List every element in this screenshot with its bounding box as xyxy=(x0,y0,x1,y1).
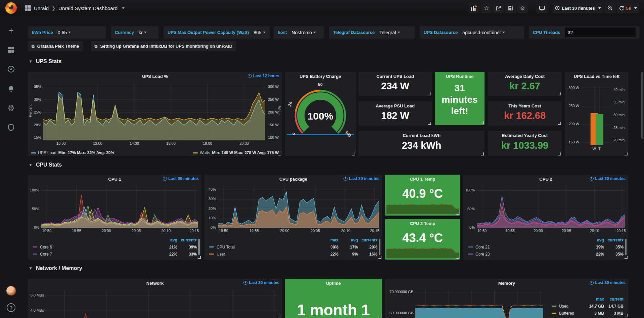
panel-time-range-link[interactable]: Last 12 hours xyxy=(248,74,279,78)
network-chart[interactable]: 6.0 MBs4.0 MBs2.0 MBs xyxy=(28,287,282,318)
legend-series-toggle[interactable]: CPU Total xyxy=(209,245,319,249)
variable-value[interactable]: kr xyxy=(139,30,147,35)
panel-title[interactable]: UPS Battery Charge xyxy=(285,72,356,81)
external-link-icon: ⧉ xyxy=(95,44,98,49)
cpu1-chart[interactable]: 100%50%0%19:5019:5520:0020:0520:1020:15 xyxy=(28,183,201,234)
legend-sort-header[interactable]: avg xyxy=(158,238,177,242)
panel-time-range-link[interactable]: Last 30 minutes xyxy=(590,176,626,181)
page-scrollbar[interactable] xyxy=(641,72,643,139)
variable-kwh-price[interactable]: kWh Price0.65 xyxy=(28,26,106,39)
legend-scrollbar[interactable] xyxy=(379,239,380,255)
grafana-logo-icon xyxy=(5,2,17,14)
legend-item[interactable]: Watts Min: 148 W Max: 278 W Avg: 175 W xyxy=(193,150,279,155)
variable-value[interactable]: 865 xyxy=(254,30,265,35)
dashboards-icon[interactable] xyxy=(7,46,15,54)
cycle-view-mode-button[interactable] xyxy=(537,3,547,13)
legend-sort-header[interactable]: current▾ xyxy=(604,238,624,242)
legend-series-toggle[interactable]: Buffered xyxy=(552,311,585,316)
legend-sort-header[interactable]: current▾ xyxy=(177,238,197,242)
panel-title[interactable]: Current UPS Load xyxy=(359,72,432,81)
legend-series-toggle[interactable]: User xyxy=(209,252,319,257)
section-cpu-stats[interactable]: ▼ CPU Stats xyxy=(29,162,62,168)
legend-sort-header[interactable]: avg xyxy=(338,238,358,242)
help-icon[interactable]: ? xyxy=(7,303,15,312)
panel-title[interactable]: CPU 2 Temp xyxy=(385,219,460,228)
legend-scrollbar[interactable] xyxy=(625,239,627,255)
configuration-gear-icon[interactable]: ⚙ xyxy=(7,104,15,112)
legend-sort-header[interactable]: avg xyxy=(585,238,604,242)
variable-value[interactable]: apcupsd-container xyxy=(462,30,505,35)
legend-sort-header[interactable]: max xyxy=(319,238,338,242)
server-admin-shield-icon[interactable] xyxy=(7,124,15,132)
variable-ups-datasource[interactable]: UPS Datasourceapcupsd-container xyxy=(420,26,524,39)
panel-title[interactable]: This Years Cost xyxy=(488,101,562,110)
panel-title[interactable]: UPS Runtime xyxy=(435,72,485,81)
alerting-bell-icon[interactable] xyxy=(7,85,15,93)
legend-scrollbar[interactable] xyxy=(198,239,200,255)
panel-time-range-link[interactable]: Last 30 minutes xyxy=(343,176,379,181)
dashboard-settings-button[interactable]: ⚙ xyxy=(517,3,528,13)
section-ups-stats[interactable]: ▼ UPS Stats xyxy=(29,58,61,64)
chevron-down-icon[interactable] xyxy=(122,7,125,9)
share-dashboard-button[interactable] xyxy=(493,3,504,13)
panel-title[interactable]: UPS Load % xyxy=(28,72,282,81)
panel-time-range-link[interactable]: Last 30 minutes xyxy=(590,280,626,285)
legend-sort-header[interactable]: max xyxy=(585,297,604,302)
add-panel-button[interactable] xyxy=(469,3,479,13)
user-avatar[interactable] xyxy=(6,286,16,296)
memory-chart[interactable]: 70.000000 GB60.000000 GB50.000000 GB xyxy=(385,287,546,318)
panel-title[interactable]: UPS Load vs Time left xyxy=(565,72,628,81)
variable-host[interactable]: hostNostromo xyxy=(274,26,324,39)
breadcrumb[interactable]: Unraid ❯ Unraid System Dashboard xyxy=(25,5,125,11)
panel-time-range-link[interactable]: Last 30 minutes xyxy=(163,176,199,181)
panel-title[interactable]: Average Daily Cost xyxy=(488,72,562,81)
y-axis-tick: 20% xyxy=(34,123,41,127)
zoom-out-button[interactable] xyxy=(605,3,615,13)
panel-time-range-link[interactable]: Last 30 minutes xyxy=(243,280,279,285)
variable-currency[interactable]: Currencykr xyxy=(111,26,158,39)
variable-cpu-threads[interactable]: CPU Threads xyxy=(529,26,640,39)
panel-title[interactable]: Current Load kWh xyxy=(359,131,485,140)
legend-series-toggle[interactable]: Core 6 xyxy=(33,245,158,249)
cpu-package-chart[interactable]: 40%30%20%10%0%19:5019:5520:0020:0520:102… xyxy=(204,183,382,234)
variable-value[interactable]: Nostromo xyxy=(291,30,316,35)
legend-series-toggle[interactable]: Core 7 xyxy=(33,252,158,257)
time-picker-button[interactable]: Last 30 minutes xyxy=(553,3,603,13)
panel-title[interactable]: Uptime xyxy=(285,279,382,287)
x-axis-tick: 20:00 xyxy=(534,229,543,233)
star-dashboard-button[interactable]: ☆ xyxy=(481,3,492,13)
variable-value[interactable]: Telegraf xyxy=(379,30,400,35)
variable-ups-max-output-power-capacity-watt-[interactable]: UPS Max Output Power Capacity (Watt)865 xyxy=(164,26,270,39)
stat-value: 43.4 °C xyxy=(385,231,460,245)
legend-series-toggle[interactable]: Core 23 xyxy=(468,252,585,257)
save-dashboard-button[interactable] xyxy=(505,3,516,13)
legend-series-toggle[interactable]: Used xyxy=(552,304,585,309)
stat-value: 1 month 1 xyxy=(285,301,382,318)
variable-value[interactable]: 0.65 xyxy=(58,30,71,35)
x-axis-tick: 19:55 xyxy=(505,229,515,233)
legend-sort-header[interactable]: current▾ xyxy=(358,238,377,242)
explore-compass-icon[interactable] xyxy=(7,65,15,73)
y-axis-tick: 300 W xyxy=(568,86,579,90)
legend-sort-header[interactable]: current xyxy=(604,297,624,302)
create-plus-icon[interactable]: + xyxy=(7,26,15,34)
panel-title[interactable]: Estimated Yearly Cost xyxy=(488,131,562,140)
breadcrumb-dashboard[interactable]: Unraid System Dashboard xyxy=(58,5,118,11)
legend-series-toggle[interactable]: Core 21 xyxy=(468,245,585,249)
panel-title[interactable]: CPU 1 Temp xyxy=(385,175,460,183)
panel-ups-runtime: UPS Runtime 31 minutes left! xyxy=(435,72,485,125)
grafana-logo[interactable] xyxy=(0,2,22,14)
ups-bar-chart[interactable]: 300 W250 W200 W150 W40 min35 min30 min25… xyxy=(565,81,628,154)
breadcrumb-folder[interactable]: Unraid xyxy=(34,5,49,11)
legend-item[interactable]: UPS Load Min: 17% Max: 32% Avg: 20% xyxy=(31,150,114,155)
chevron-down-icon: ▼ xyxy=(29,163,33,167)
variable-input[interactable] xyxy=(565,28,636,37)
dashboard-link[interactable]: ⧉Grafana Plex Theme xyxy=(28,41,83,51)
ups-load-chart[interactable]: 35%30%25%20%15%300 W250 W200 W150 W100 W… xyxy=(28,81,282,147)
panel-title[interactable]: Average PSU Load xyxy=(359,101,432,110)
variable-telegraf-datasource[interactable]: Telegraf DatasourceTelegraf xyxy=(329,26,415,39)
cpu2-chart[interactable]: 100%50%0%19:5019:5520:0020:0520:1020:15 xyxy=(463,183,628,234)
section-network-memory[interactable]: ▼ Network / Memory xyxy=(29,265,82,271)
dashboard-link[interactable]: ⧉Setting up Grafana and InfluxDB for UPS… xyxy=(91,41,236,51)
refresh-button[interactable]: 5s xyxy=(617,3,639,13)
